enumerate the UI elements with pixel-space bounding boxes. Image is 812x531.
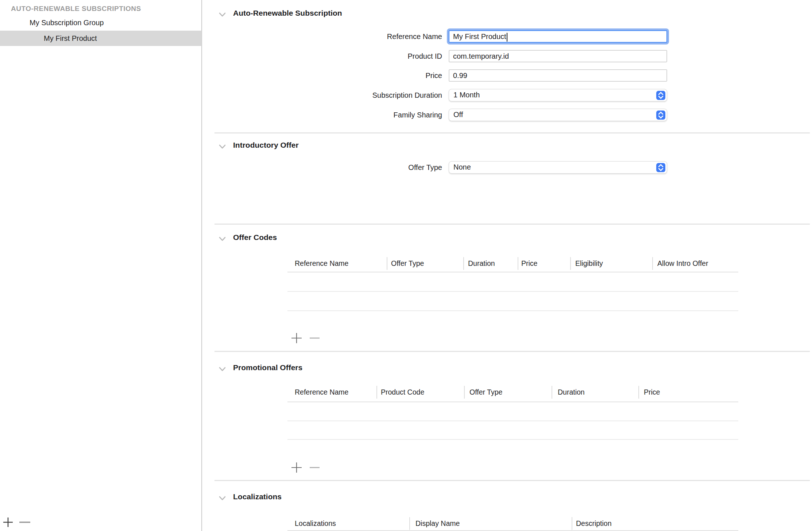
section-title: Promotional Offers bbox=[233, 363, 302, 372]
editor-content: Auto-Renewable Subscription Reference Na… bbox=[203, 0, 812, 531]
chevron-down-icon[interactable] bbox=[219, 367, 226, 373]
column-separator bbox=[572, 517, 572, 530]
remove-offer-code-button[interactable] bbox=[309, 333, 320, 345]
plus-icon bbox=[291, 333, 302, 343]
product-id-input[interactable]: com.temporary.id bbox=[449, 50, 667, 62]
subscription-duration-popup[interactable]: 1 Month bbox=[449, 89, 667, 101]
column-separator bbox=[638, 386, 639, 399]
chevron-down-icon[interactable] bbox=[219, 236, 226, 243]
section-divider bbox=[214, 351, 810, 352]
remove-promotional-offer-button[interactable] bbox=[309, 462, 320, 474]
product-id-row: Product ID com.temporary.id bbox=[203, 50, 673, 62]
column-header[interactable]: Allow Intro Offer bbox=[657, 255, 708, 271]
add-offer-code-button[interactable] bbox=[291, 333, 302, 345]
plus-icon bbox=[291, 462, 302, 473]
section-title: Introductory Offer bbox=[233, 141, 299, 150]
sidebar-actions bbox=[0, 515, 202, 531]
subscription-duration-label: Subscription Duration bbox=[203, 89, 442, 101]
popup-stepper-icon bbox=[656, 111, 665, 120]
product-id-label: Product ID bbox=[203, 50, 442, 62]
add-product-button[interactable] bbox=[3, 517, 13, 529]
price-row: Price 0.99 bbox=[203, 69, 673, 82]
reference-name-input[interactable]: My First Product bbox=[449, 30, 667, 43]
column-separator bbox=[570, 257, 571, 270]
table-row[interactable] bbox=[287, 420, 738, 421]
text-cursor bbox=[507, 33, 508, 42]
section-title: Auto-Renewable Subscription bbox=[233, 9, 342, 18]
popup-stepper-icon bbox=[656, 91, 665, 100]
family-sharing-label: Family Sharing bbox=[203, 109, 442, 121]
offer-codes-table: Reference Name Offer Type Duration Price… bbox=[287, 255, 738, 357]
reference-name-row: Reference Name My First Product bbox=[203, 30, 673, 43]
sidebar: AUTO-RENEWABLE SUBSCRIPTIONS My Subscrip… bbox=[0, 0, 202, 531]
chevron-down-icon[interactable] bbox=[219, 144, 226, 151]
column-separator bbox=[387, 257, 387, 270]
column-header[interactable]: Offer Type bbox=[469, 384, 502, 400]
column-header[interactable]: Reference Name bbox=[295, 384, 348, 400]
chevron-down-icon[interactable] bbox=[219, 496, 226, 502]
section-title: Offer Codes bbox=[233, 233, 277, 242]
table-row[interactable] bbox=[287, 439, 738, 440]
sidebar-item-label: My First Product bbox=[44, 31, 97, 46]
column-separator bbox=[518, 257, 518, 270]
remove-product-button[interactable] bbox=[19, 517, 31, 529]
column-header[interactable]: Eligibility bbox=[575, 255, 603, 271]
table-header-underline bbox=[287, 402, 738, 402]
reference-name-label: Reference Name bbox=[203, 30, 442, 43]
column-separator bbox=[464, 386, 465, 399]
column-header[interactable]: Duration bbox=[558, 384, 585, 400]
storekit-config-window: AUTO-RENEWABLE SUBSCRIPTIONS My Subscrip… bbox=[0, 0, 812, 531]
popup-stepper-icon bbox=[656, 163, 665, 172]
chevron-down-icon[interactable] bbox=[219, 12, 226, 19]
column-header[interactable]: Price bbox=[644, 384, 660, 400]
table-header-underline bbox=[287, 272, 738, 272]
section-divider bbox=[214, 224, 810, 225]
column-header[interactable]: Localizations bbox=[295, 515, 336, 531]
subscription-duration-row: Subscription Duration 1 Month bbox=[203, 89, 673, 101]
column-separator bbox=[463, 257, 464, 270]
price-input[interactable]: 0.99 bbox=[449, 69, 667, 82]
sidebar-group-header: AUTO-RENEWABLE SUBSCRIPTIONS bbox=[11, 5, 197, 13]
column-header[interactable]: Reference Name bbox=[295, 255, 348, 271]
column-separator bbox=[652, 257, 653, 270]
section-title: Localizations bbox=[233, 492, 282, 501]
column-separator bbox=[409, 517, 410, 530]
column-separator bbox=[552, 386, 552, 399]
sidebar-item-subscription-group[interactable]: My Subscription Group bbox=[0, 15, 202, 30]
section-divider bbox=[214, 480, 810, 481]
offer-type-popup[interactable]: None bbox=[449, 161, 667, 174]
column-header[interactable]: Description bbox=[576, 515, 612, 531]
section-divider bbox=[214, 132, 810, 133]
family-sharing-popup[interactable]: Off bbox=[449, 109, 667, 121]
price-label: Price bbox=[203, 69, 442, 82]
table-row[interactable] bbox=[287, 291, 738, 292]
column-header[interactable]: Offer Type bbox=[391, 255, 424, 271]
offer-type-label: Offer Type bbox=[203, 161, 442, 174]
table-row[interactable] bbox=[287, 310, 738, 311]
column-header[interactable]: Product Code bbox=[381, 384, 424, 400]
family-sharing-row: Family Sharing Off bbox=[203, 109, 673, 121]
column-header[interactable]: Duration bbox=[468, 255, 495, 271]
column-header[interactable]: Display Name bbox=[415, 515, 460, 531]
column-header[interactable]: Price bbox=[521, 255, 537, 271]
sidebar-item-label: My Subscription Group bbox=[30, 15, 104, 30]
offer-type-row: Offer Type None bbox=[203, 161, 673, 174]
sidebar-item-my-first-product[interactable]: My First Product bbox=[0, 31, 202, 46]
localizations-table: Localizations Display Name Description bbox=[287, 515, 738, 531]
column-separator bbox=[376, 386, 377, 399]
plus-icon bbox=[3, 518, 13, 527]
promotional-offers-table: Reference Name Product Code Offer Type D… bbox=[287, 384, 738, 482]
add-promotional-offer-button[interactable] bbox=[291, 462, 302, 474]
